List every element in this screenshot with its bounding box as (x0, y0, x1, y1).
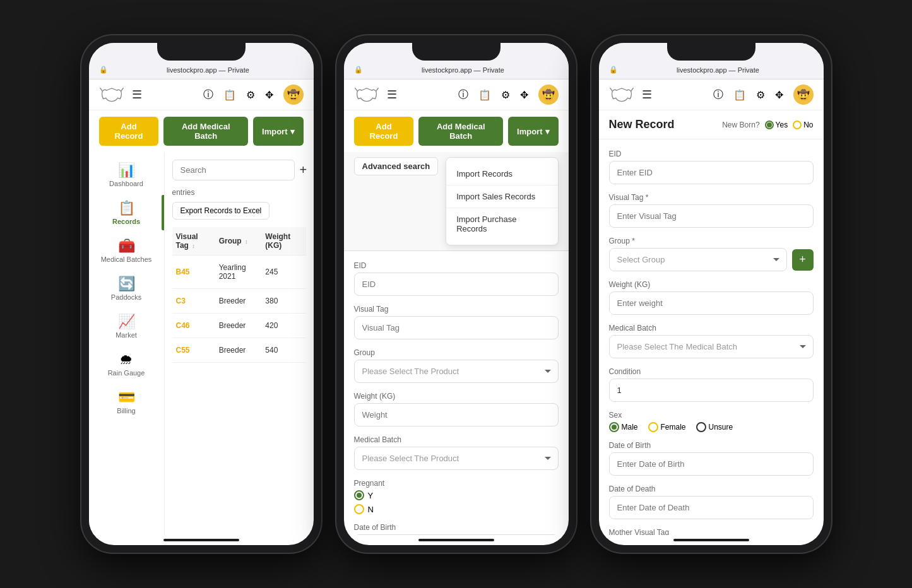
card-icon-2[interactable]: 📋 (478, 89, 491, 101)
import-button-2[interactable]: Import ▾ (508, 117, 558, 146)
medical-batch-group: Medical Batch Please Select The Product (354, 435, 559, 470)
sidebar-item-market[interactable]: 📈 Market (89, 309, 164, 344)
mother-tag-label-3: Mother Visual Tag (609, 528, 814, 535)
search-plus-icon[interactable]: + (300, 163, 307, 177)
new-born-yes[interactable]: Yes (765, 121, 788, 129)
visual-tag-c55[interactable]: C55 (176, 346, 190, 355)
pregnant-n-radio[interactable] (354, 504, 364, 514)
visual-tag-c46[interactable]: C46 (176, 321, 190, 330)
hamburger-icon-2[interactable]: ☰ (387, 88, 397, 102)
eid-input[interactable] (354, 273, 559, 296)
pregnant-group: Pregnant Y N (354, 479, 559, 514)
pregnant-y-item[interactable]: Y (354, 490, 559, 500)
group-select[interactable]: Please Select The Product (354, 360, 559, 383)
gear-icon-3[interactable]: ⚙ (756, 89, 765, 101)
sex-unsure[interactable]: Unsure (696, 422, 733, 432)
table-row[interactable]: C46 Breeder 420 (172, 314, 306, 338)
group-select-3[interactable]: Select Group (609, 248, 787, 271)
weight-input[interactable] (354, 403, 559, 426)
add-record-button-1[interactable]: Add Record (99, 117, 159, 146)
move-icon-1[interactable]: ✥ (265, 89, 273, 101)
group-b45: Yearling 2021 (215, 256, 262, 289)
sidebar-label-medical: Medical Batches (101, 256, 152, 263)
dashboard-icon: 📊 (118, 162, 135, 179)
condition-input-3[interactable] (609, 379, 814, 402)
gear-icon-2[interactable]: ⚙ (501, 89, 510, 101)
sidebar-item-paddocks[interactable]: 🔄 Paddocks (89, 271, 164, 306)
sex-group-3: Sex Male Female Unsure (609, 411, 814, 432)
phone-2: 🔒 livestockpro.app — Private ☰ ⓘ 📋 ⚙ ✥ 🤠 (336, 35, 576, 553)
weight-group: Weight (KG) (354, 392, 559, 426)
gear-icon-1[interactable]: ⚙ (246, 89, 255, 101)
new-record-form: EID Visual Tag * Group * Select Group + (599, 139, 824, 535)
dob-input[interactable] (354, 534, 559, 535)
no-label: No (803, 121, 813, 129)
sidebar-item-records[interactable]: 📋 Records (89, 195, 164, 230)
import-dropdown-menu: Import Records Import Sales Records Impo… (446, 157, 558, 245)
sidebar-item-medical[interactable]: 🧰 Medical Batches (89, 233, 164, 268)
weight-input-3[interactable] (609, 291, 814, 315)
female-radio[interactable] (648, 422, 658, 432)
import-button-1[interactable]: Import ▾ (253, 117, 303, 146)
visual-tag-input[interactable] (354, 316, 559, 339)
dropdown-import-records[interactable]: Import Records (446, 163, 557, 185)
sidebar-item-dashboard[interactable]: 📊 Dashboard (89, 157, 164, 192)
hamburger-icon-1[interactable]: ☰ (132, 88, 142, 102)
move-icon-2[interactable]: ✥ (520, 89, 528, 101)
hamburger-icon-3[interactable]: ☰ (642, 88, 652, 102)
dod-input-3[interactable] (609, 496, 814, 519)
unsure-radio[interactable] (696, 422, 706, 432)
dob-input-3[interactable] (609, 452, 814, 476)
visual-tag-label-3: Visual Tag * (609, 193, 814, 202)
medical-batch-select[interactable]: Please Select The Product (354, 447, 559, 470)
group-plus-button[interactable]: + (792, 249, 814, 271)
sidebar-item-billing[interactable]: 💳 Billing (89, 384, 164, 420)
pregnant-y-radio[interactable] (354, 490, 364, 500)
info-icon-3[interactable]: ⓘ (713, 88, 723, 102)
add-record-button-2[interactable]: Add Record (354, 117, 414, 146)
avatar-2[interactable]: 🤠 (538, 85, 559, 105)
table-row[interactable]: C55 Breeder 540 (172, 338, 306, 363)
new-record-title: New Record (609, 118, 675, 131)
visual-tag-b45[interactable]: B45 (176, 268, 190, 276)
visual-tag-input-3[interactable] (609, 204, 814, 228)
sex-male[interactable]: Male (609, 422, 638, 432)
sidebar-label-records: Records (112, 218, 140, 225)
dropdown-import-sales[interactable]: Import Sales Records (446, 185, 557, 208)
sort-icon-group[interactable]: ↕ (245, 238, 248, 245)
advanced-search-tab[interactable]: Advanced search (354, 157, 439, 175)
new-born-no[interactable]: No (793, 121, 813, 129)
export-button[interactable]: Export Records to Excel (172, 202, 270, 220)
table-row[interactable]: B45 Yearling 2021 245 (172, 256, 306, 289)
sidebar-label-market: Market (115, 331, 137, 339)
add-medical-button-1[interactable]: Add Medical Batch (163, 117, 248, 146)
weight-label-3: Weight (KG) (609, 280, 814, 289)
avatar-3[interactable]: 🤠 (793, 85, 814, 105)
sort-icon-visual[interactable]: ↕ (192, 243, 195, 249)
avatar-1[interactable]: 🤠 (283, 85, 304, 105)
pregnant-n-item[interactable]: N (354, 504, 559, 514)
no-radio[interactable] (793, 121, 802, 129)
card-icon-1[interactable]: 📋 (223, 89, 236, 101)
table-row[interactable]: C3 Breeder 380 (172, 289, 306, 314)
medical-batch-select-3[interactable]: Please Select The Medical Batch (609, 335, 814, 358)
info-icon-2[interactable]: ⓘ (458, 88, 468, 102)
logo-bull-1 (99, 85, 124, 104)
eid-group: EID (354, 261, 559, 296)
move-icon-3[interactable]: ✥ (775, 89, 783, 101)
sex-female[interactable]: Female (648, 422, 686, 432)
male-radio[interactable] (609, 422, 619, 432)
yes-radio[interactable] (765, 121, 774, 129)
col-group: Group ↕ (215, 227, 262, 256)
info-icon-1[interactable]: ⓘ (203, 88, 213, 102)
sidebar-label-paddocks: Paddocks (111, 293, 141, 301)
visual-tag-c3[interactable]: C3 (176, 297, 186, 305)
eid-input-3[interactable] (609, 161, 814, 184)
sidebar-item-rain[interactable]: 🌧 Rain Gauge (89, 346, 164, 382)
dropdown-import-purchase[interactable]: Import Purchase Records (446, 208, 557, 240)
search-input-1[interactable] (172, 160, 295, 180)
card-icon-3[interactable]: 📋 (733, 89, 746, 101)
market-icon: 📈 (118, 314, 135, 330)
add-medical-button-2[interactable]: Add Medical Batch (418, 117, 503, 146)
logo-bull-2 (354, 85, 379, 104)
